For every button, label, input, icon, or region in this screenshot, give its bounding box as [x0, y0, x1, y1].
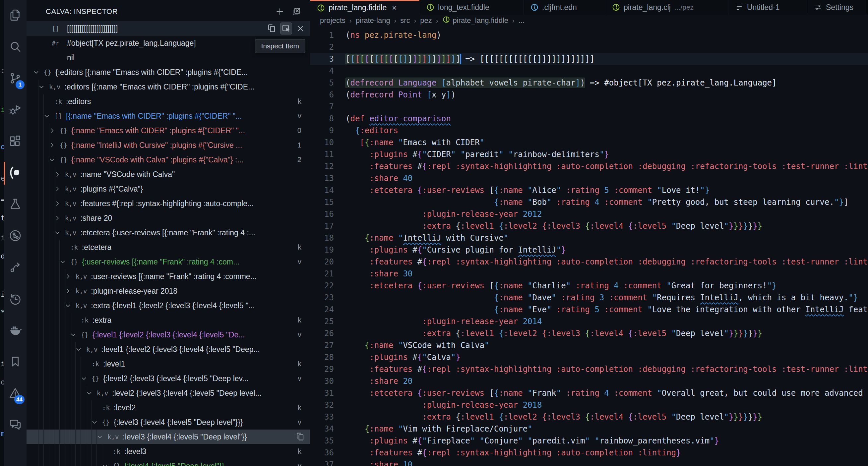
activity-item-docker[interactable] — [4, 315, 27, 346]
close-item-button[interactable] — [295, 23, 306, 34]
chevron-right-icon[interactable] — [54, 214, 65, 222]
tree-row[interactable]: :k:editorsk — [27, 94, 310, 109]
close-tab-icon[interactable]: × — [392, 3, 397, 12]
tree-row[interactable]: {}{:level1 {:level2 {:level3 {:level4 {:… — [27, 328, 310, 342]
activity-item-testing[interactable] — [4, 189, 27, 220]
code-line-28[interactable]: 28 :plugins #{"Calva"} — [310, 351, 868, 363]
activity-item-timeline[interactable] — [4, 283, 27, 315]
tree-row[interactable]: k,v:level3 {:level4 {:level5 "Deep level… — [27, 430, 310, 444]
code-line-5[interactable]: 5(defrecord Language [alphabet vowels pi… — [310, 77, 868, 89]
chevron-right-icon[interactable] — [49, 127, 60, 134]
breadcrumb-item[interactable]: ... — [519, 16, 525, 25]
tree-row[interactable]: k,v:etcetera {:user-reviews [{:name "Fra… — [27, 225, 310, 240]
code-line-7[interactable]: 7 — [310, 101, 868, 113]
code-line-3[interactable]: 3[[[[[[[[[[[[]]]]]]]]]]]] => [[[[[[[[[[[… — [310, 53, 868, 65]
code-line-34[interactable]: 34 {:name "Vim with Fireplace/Conjure" — [310, 423, 868, 435]
chevron-down-icon[interactable] — [38, 83, 49, 91]
chevron-down-icon[interactable] — [64, 302, 75, 309]
tree-row[interactable]: {}{:name "Emacs with CIDER" :plugins #{"… — [27, 123, 310, 138]
tree-row[interactable]: k,v:share 20 — [27, 211, 310, 225]
activity-item-search[interactable] — [4, 31, 27, 63]
breadcrumb-item[interactable]: pirate-lang — [356, 16, 390, 25]
code-line-31[interactable]: 31 :etcetera {:user-reviews [{:name "Fra… — [310, 387, 868, 399]
tree-row[interactable]: {}{:level2 {:level3 {:level4 {:level5 "D… — [27, 371, 310, 386]
code-line-32[interactable]: 32 :plugin-release-year 2018 — [310, 399, 868, 411]
chevron-right-icon[interactable] — [64, 287, 75, 294]
code-line-8[interactable]: 8(def editor-comparison — [310, 113, 868, 125]
tab-untitled-1[interactable]: Untitled-1 — [728, 0, 807, 14]
code-line-26[interactable]: 26 :extra {:level1 {:level2 {:level3 {:l… — [310, 328, 868, 339]
activity-item-comments[interactable] — [4, 409, 27, 441]
chevron-right-icon[interactable] — [54, 185, 65, 192]
tree-row[interactable]: k,v:user-reviews [{:name "Frank" :rating… — [27, 269, 310, 284]
tab-long-text-fiddle[interactable]: long_text.fiddle — [420, 0, 524, 14]
code-line-30[interactable]: 30 :share 20 — [310, 375, 868, 387]
code-line-27[interactable]: 27 {:name "VSCode with Calva" — [310, 339, 868, 351]
tree-row[interactable]: {}{:user-reviews [{:name "Frank" :rating… — [27, 254, 310, 269]
tree-row[interactable]: {}{:editors [{:name "Emacs with CIDER" :… — [27, 65, 310, 80]
chevron-down-icon[interactable] — [70, 331, 81, 338]
code-line-10[interactable]: 10 [{:name "Emacs with CIDER" — [310, 136, 868, 149]
tab-settings[interactable]: Settings — [807, 0, 866, 14]
chevron-down-icon[interactable] — [75, 346, 86, 353]
code-line-37[interactable]: 37 :share 10 — [310, 459, 868, 466]
code-line-13[interactable]: 13 :share 40 — [310, 172, 868, 184]
code-line-4[interactable]: 4 — [310, 65, 868, 77]
code-line-16[interactable]: 16 :plugin-release-year 2012 — [310, 208, 868, 220]
code-line-12[interactable]: 12 :features #{:repl :syntax-highlightin… — [310, 160, 868, 172]
chevron-down-icon[interactable] — [91, 418, 102, 426]
tree-row[interactable]: {}{:name "VSCode with Calva" :plugins #{… — [27, 152, 310, 167]
copy-item-button[interactable] — [295, 431, 306, 442]
tab-pirate-lang-clj[interactable]: pirate_lang.clj.../pez — [605, 0, 728, 14]
chevron-down-icon[interactable] — [86, 390, 97, 397]
code-line-11[interactable]: 11 :plugins #{"CIDER" "paredit" "rainbow… — [310, 149, 868, 160]
code-line-36[interactable]: 36 :features #{:repl :syntax-highlightin… — [310, 447, 868, 459]
activity-item-source-control[interactable]: 1 — [4, 63, 27, 94]
tree-row[interactable]: {}{:level3 {:level4 {:level5 "Deep level… — [27, 415, 310, 430]
activity-item-live-share[interactable] — [4, 252, 27, 283]
code-line-22[interactable]: 22 :etcetera {:user-reviews [{:name "Cha… — [310, 280, 868, 292]
code-line-19[interactable]: 19 :plugins #{"Cursive plugin for Intell… — [310, 244, 868, 256]
chevron-down-icon[interactable] — [96, 433, 107, 440]
tree-row[interactable]: k,v:features #{:repl :syntax-highlightin… — [27, 196, 310, 211]
activity-item-bookmarks[interactable] — [4, 346, 27, 378]
code-line-14[interactable]: 14 :etcetera {:user-reviews [{:name "Ali… — [310, 184, 868, 196]
chevron-down-icon[interactable] — [32, 69, 44, 76]
tree-row[interactable]: k,v:level1 {:level2 {:level3 {:level4 {:… — [27, 342, 310, 356]
chevron-down-icon[interactable] — [80, 375, 92, 382]
tree-row[interactable]: k,v:editors [{:name "Emacs with CIDER" :… — [27, 80, 310, 94]
tree-row[interactable]: :k:extrak — [27, 313, 310, 328]
tree-row[interactable]: k,v:plugins #{"Calva"} — [27, 182, 310, 196]
chevron-down-icon[interactable] — [49, 156, 60, 163]
tree-row[interactable]: [][{:name "Emacs with CIDER" :plugins #{… — [27, 109, 310, 123]
code-line-6[interactable]: 6(defrecord Point [x y]) — [310, 89, 868, 101]
tree-row[interactable]: k,v:plugin-release-year 2018 — [27, 284, 310, 298]
breadcrumb-item[interactable]: pirate_lang.fiddle — [442, 15, 508, 26]
tab--cljfmt-edn[interactable]: .cljfmt.edn — [524, 0, 605, 14]
breadcrumb-item[interactable]: projects — [320, 16, 345, 25]
tree-row[interactable]: {}{:level4 {:level5 "Deep level"}}v — [27, 459, 310, 466]
chevron-down-icon[interactable] — [54, 229, 65, 236]
code-line-15[interactable]: 15 {:name "Bob" :rating 4 :comment "Pret… — [310, 196, 868, 208]
code-line-35[interactable]: 35 :plugins #{"Fireplace" "Conjure" "par… — [310, 435, 868, 447]
chevron-down-icon[interactable] — [43, 112, 54, 120]
activity-item-problems[interactable]: 44 — [4, 378, 27, 409]
activity-item-joyride[interactable] — [4, 220, 27, 252]
inspector-item[interactable]: [][[[[[[[[[[[[]]]]]]]]]]]] — [27, 21, 310, 36]
activity-item-calva[interactable] — [4, 157, 27, 189]
add-item-button[interactable] — [274, 6, 285, 17]
code-line-21[interactable]: 21 :share 30 — [310, 268, 868, 280]
chevron-down-icon[interactable] — [101, 462, 113, 466]
copy-item-button[interactable] — [266, 23, 278, 34]
tree-row[interactable]: k,v:extra {:level1 {:level2 {:level3 {:l… — [27, 298, 310, 313]
chevron-right-icon[interactable] — [54, 200, 65, 207]
breadcrumb-item[interactable]: src — [400, 16, 410, 25]
code-line-25[interactable]: 25 :plugin-release-year 2014 — [310, 315, 868, 328]
tab-pirate-lang-fiddle[interactable]: pirate_lang.fiddle× — [310, 0, 420, 14]
code-line-29[interactable]: 29 :features #{:repl :syntax-highlightin… — [310, 363, 868, 375]
tree-row[interactable]: :k:level1k — [27, 356, 310, 371]
tree-row[interactable]: k,v:level2 {:level3 {:level4 {:level5 "D… — [27, 386, 310, 400]
inspect-item-button[interactable] — [280, 23, 292, 34]
activity-item-extensions[interactable] — [4, 126, 27, 157]
tree-row[interactable]: k,v:name "VSCode with Calva" — [27, 167, 310, 182]
